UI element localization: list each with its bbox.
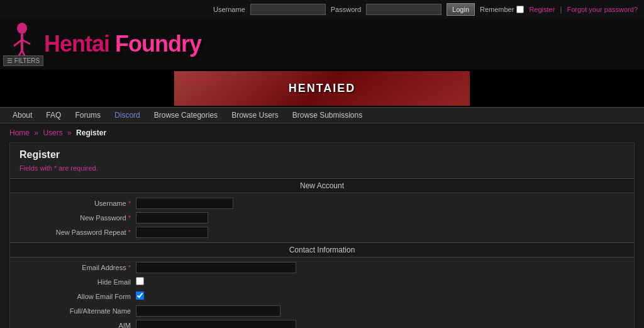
header: ☰ FILTERS Hentai Foundry	[0, 19, 644, 69]
required-text-suffix: are required.	[58, 164, 97, 172]
input-aim	[136, 320, 296, 328]
new-password-repeat-field[interactable]	[136, 227, 208, 238]
nav-faq[interactable]: FAQ	[40, 108, 67, 122]
breadcrumb-sep2: »	[67, 128, 74, 137]
row-hide-email: Hide Email	[19, 276, 625, 288]
nav-discord[interactable]: Discord	[108, 108, 147, 122]
username-input[interactable]	[250, 4, 326, 15]
row-aim: AIM	[19, 319, 625, 328]
login-button[interactable]: Login	[447, 3, 475, 16]
email-field[interactable]	[136, 262, 296, 273]
top-bar: Username Password Login Remember Registe…	[0, 0, 644, 19]
nav-browse-submissions[interactable]: Browse Submissions	[286, 108, 369, 122]
separator: |	[560, 5, 562, 14]
nav-forums[interactable]: Forums	[69, 108, 107, 122]
username-label: Username	[213, 6, 245, 13]
input-allow-email-form	[136, 291, 144, 302]
allow-email-form-checkbox[interactable]	[136, 291, 144, 300]
label-email: Email Address *	[19, 264, 136, 271]
breadcrumb-current: Register	[76, 128, 106, 137]
username-field[interactable]	[136, 198, 233, 209]
register-title: Register	[19, 149, 625, 161]
forgot-password-link[interactable]: Forgot your password?	[567, 6, 638, 13]
row-new-password-repeat: New Password Repeat *	[19, 226, 625, 239]
banner: HENTAIED	[0, 69, 644, 107]
input-full-name	[136, 305, 280, 317]
svg-point-6	[18, 24, 26, 33]
banner-image[interactable]: HENTAIED	[174, 71, 470, 106]
nav-browse-users[interactable]: Browse Users	[225, 108, 285, 122]
input-new-password-repeat	[136, 227, 208, 238]
remember-checkbox[interactable]	[516, 6, 524, 13]
logo-text: Hentai Foundry	[44, 31, 201, 57]
label-new-password: New Password *	[19, 214, 136, 222]
new-password-field[interactable]	[136, 212, 208, 223]
breadcrumb-home[interactable]: Home	[9, 128, 30, 137]
section-contact-header: Contact Information	[10, 242, 634, 257]
breadcrumb-users[interactable]: Users	[43, 128, 62, 137]
row-email: Email Address *	[19, 261, 625, 274]
nav-about[interactable]: About	[6, 108, 38, 122]
row-full-name: Full/Alternate Name	[19, 305, 625, 317]
banner-text: HENTAIED	[289, 82, 356, 95]
filters-button[interactable]: ☰ FILTERS	[3, 55, 43, 66]
label-new-password-repeat: New Password Repeat *	[19, 229, 136, 236]
content: Home » Users » Register Register Fields …	[0, 123, 644, 328]
nav-bar: About FAQ Forums Discord Browse Categori…	[0, 107, 644, 123]
row-username: Username *	[19, 197, 625, 210]
password-input[interactable]	[366, 4, 441, 15]
section-account-header: New Account	[10, 178, 634, 193]
register-link[interactable]: Register	[529, 6, 555, 13]
input-hide-email	[136, 277, 144, 287]
full-name-field[interactable]	[136, 305, 280, 317]
remember-area: Remember	[480, 6, 524, 13]
breadcrumb-sep1: »	[34, 128, 40, 137]
register-box: Register Fields with * are required. New…	[9, 142, 635, 328]
hide-email-checkbox[interactable]	[136, 277, 144, 285]
row-allow-email-form: Allow Email Form	[19, 290, 625, 303]
label-aim: AIM	[19, 322, 136, 328]
input-username	[136, 198, 233, 209]
input-new-password	[136, 212, 208, 223]
row-new-password: New Password *	[19, 212, 625, 224]
required-star: *	[54, 164, 57, 172]
required-note: Fields with * are required.	[19, 164, 625, 172]
label-allow-email-form: Allow Email Form	[19, 293, 136, 300]
label-username: Username *	[19, 200, 136, 207]
password-label: Password	[331, 6, 361, 13]
breadcrumb: Home » Users » Register	[9, 128, 635, 137]
label-hide-email: Hide Email	[19, 278, 136, 286]
remember-label: Remember	[480, 6, 514, 13]
required-text-prefix: Fields with	[19, 164, 52, 172]
input-email	[136, 262, 296, 273]
nav-browse-categories[interactable]: Browse Categories	[148, 108, 224, 122]
aim-field[interactable]	[136, 320, 296, 328]
label-full-name: Full/Alternate Name	[19, 307, 136, 315]
